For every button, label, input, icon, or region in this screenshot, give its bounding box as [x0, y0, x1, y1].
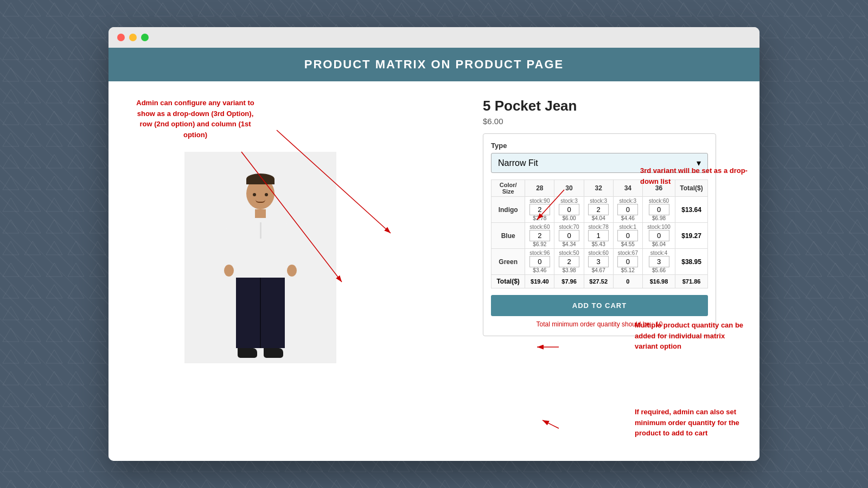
cell-indigo-col2: stock:3 $4.04	[584, 197, 613, 223]
cell-green-col2: stock:60 $4.67	[584, 249, 613, 275]
qty-input-green-col0[interactable]	[529, 256, 550, 267]
cell-indigo-col1: stock:3 $6.00	[554, 197, 584, 223]
col-header-color-size: Color/Size	[492, 180, 525, 197]
qty-input-blue-col0[interactable]	[529, 230, 550, 241]
qty-input-green-col1[interactable]	[559, 256, 579, 267]
qty-input-indigo-col4[interactable]	[649, 204, 669, 215]
type-label: Type	[491, 142, 708, 150]
close-button-dot[interactable]	[117, 34, 125, 41]
col-total-4: $16.98	[642, 275, 675, 288]
col-header-32: 32	[584, 180, 613, 197]
minimize-button-dot[interactable]	[129, 34, 137, 41]
col-header-34: 34	[613, 180, 642, 197]
product-panel: 5 Pocket Jean $6.00 Type Narrow Fit ▾ Co…	[483, 98, 716, 336]
col-total-1: $7.96	[554, 275, 584, 288]
page-title: PRODUCT MATRIX ON PRODUCT PAGE	[304, 57, 564, 71]
qty-input-indigo-col0[interactable]	[529, 204, 550, 215]
add-to-cart-button[interactable]: ADD TO CART	[491, 295, 708, 316]
qty-input-green-col2[interactable]	[588, 256, 609, 267]
row-total-green: $38.95	[675, 249, 708, 275]
page-content: Admin can configure any variant to show …	[108, 81, 760, 461]
qty-input-indigo-col3[interactable]	[617, 204, 638, 215]
cell-indigo-col0: stock:90 $2.78	[525, 197, 554, 223]
cell-blue-col3: stock:1 $4.55	[613, 223, 642, 249]
cell-green-col0: stock:96 $3.46	[525, 249, 554, 275]
browser-window: PRODUCT MATRIX ON PRODUCT PAGE Admin can…	[108, 27, 760, 461]
product-image-area	[184, 152, 336, 363]
matrix-box: Type Narrow Fit ▾ Color/Size 28 30 32 34	[483, 133, 716, 336]
right-annotation-min-order: If required, admin can also set minimum …	[635, 407, 749, 439]
left-annotation-text: Admin can configure any variant to show …	[130, 98, 260, 140]
matrix-table: Color/Size 28 30 32 34 36 Total($) Indig…	[491, 179, 708, 288]
cell-green-col4: stock:4 $5.66	[642, 249, 675, 275]
row-label-green: Green	[492, 249, 525, 275]
qty-input-green-col4[interactable]	[649, 256, 669, 267]
qty-input-blue-col2[interactable]	[588, 230, 609, 241]
col-totals-label: Total($)	[492, 275, 525, 288]
right-annotation-1-text: 3rd variant will be set as a drop-down l…	[640, 165, 749, 187]
cell-indigo-col4: stock:60 $6.98	[642, 197, 675, 223]
maximize-button-dot[interactable]	[141, 34, 149, 41]
cell-indigo-col3: stock:3 $4.46	[613, 197, 642, 223]
qty-input-green-col3[interactable]	[617, 256, 638, 267]
browser-chrome	[108, 27, 760, 48]
right-annotation-quantity: Multiple product quantity can be added f…	[635, 320, 749, 352]
page-header: PRODUCT MATRIX ON PRODUCT PAGE	[108, 48, 760, 81]
product-title: 5 Pocket Jean	[483, 98, 716, 114]
cell-blue-col1: stock:70 $4.34	[554, 223, 584, 249]
product-image	[184, 152, 336, 363]
row-total-blue: $19.27	[675, 223, 708, 249]
cell-blue-col2: stock:78 $5.43	[584, 223, 613, 249]
cell-green-col1: stock:50 $3.98	[554, 249, 584, 275]
cell-blue-col4: stock:100 $6.04	[642, 223, 675, 249]
row-label-indigo: Indigo	[492, 197, 525, 223]
col-total-2: $27.52	[584, 275, 613, 288]
row-total-indigo: $13.64	[675, 197, 708, 223]
col-total-0: $19.40	[525, 275, 554, 288]
row-label-blue: Blue	[492, 223, 525, 249]
left-annotation: Admin can configure any variant to show …	[130, 98, 260, 140]
col-total-5: $71.86	[675, 275, 708, 288]
cell-blue-col0: stock:60 $6.92	[525, 223, 554, 249]
qty-input-indigo-col2[interactable]	[588, 204, 609, 215]
type-select-value: Narrow Fit	[498, 158, 538, 168]
qty-input-blue-col1[interactable]	[559, 230, 579, 241]
right-annotation-dropdown: 3rd variant will be set as a drop-down l…	[640, 165, 749, 187]
product-price: $6.00	[483, 117, 716, 126]
col-header-30: 30	[554, 180, 584, 197]
cell-green-col3: stock:67 $5.12	[613, 249, 642, 275]
qty-input-blue-col3[interactable]	[617, 230, 638, 241]
qty-input-blue-col4[interactable]	[649, 230, 669, 241]
right-annotation-3-text: If required, admin can also set minimum …	[635, 407, 749, 439]
col-header-28: 28	[525, 180, 554, 197]
qty-input-indigo-col1[interactable]	[559, 204, 579, 215]
right-annotation-2-text: Multiple product quantity can be added f…	[635, 320, 749, 352]
col-total-3: 0	[613, 275, 642, 288]
